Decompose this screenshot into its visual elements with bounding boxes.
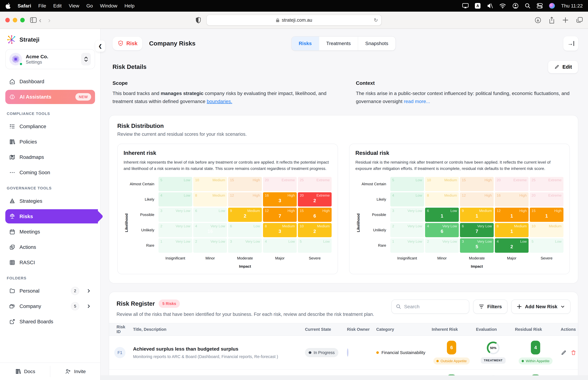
cell-rating: Low	[184, 193, 190, 197]
read-more-link[interactable]: read more...	[404, 99, 430, 104]
chevron-right-icon[interactable]	[86, 304, 91, 309]
residual-matrix-cell: 10Medium	[530, 223, 564, 237]
search-field[interactable]	[404, 304, 465, 309]
sidebar-item-personal[interactable]: Personal2	[5, 284, 95, 298]
close-window-button[interactable]	[5, 18, 10, 22]
tab-overview-icon[interactable]	[576, 17, 583, 23]
sidebar-collapse-button[interactable]: ❮	[95, 40, 105, 52]
menubar-help[interactable]: Help	[124, 3, 135, 9]
cell-rating: Medium	[282, 224, 295, 228]
sidebar-item-coming-soon[interactable]: Coming Soon	[5, 166, 95, 180]
residual-matrix-cell: 9Medium1	[460, 208, 494, 222]
mute-icon[interactable]	[487, 3, 493, 9]
scope-text: This board tracks and manages strategic …	[113, 89, 335, 105]
cell-score: 16	[265, 193, 269, 197]
risk-id-badge: F1	[114, 347, 125, 358]
menubar-edit[interactable]: Edit	[53, 3, 61, 9]
menubar-view[interactable]: View	[69, 3, 79, 9]
sidebar-item-compliance[interactable]: Compliance	[5, 119, 95, 133]
address-bar[interactable]: strateji.com.au ↻	[206, 15, 382, 26]
new-badge: NEW	[75, 93, 91, 101]
x-axis-label: Impact	[158, 262, 332, 269]
y-axis-label: Likelihood	[355, 177, 361, 269]
sidebar-item-ai-assistants[interactable]: AI AssistantsNEW	[5, 90, 95, 104]
residual-risk-card: Residual risk Residual risk is the remai…	[349, 144, 570, 274]
menubar-app-name[interactable]: Safari	[18, 3, 31, 9]
cell-score: 5	[392, 178, 394, 182]
zoom-window-button[interactable]	[20, 18, 25, 22]
new-tab-icon[interactable]	[562, 17, 568, 23]
siri-icon[interactable]	[549, 3, 555, 9]
wifi-icon[interactable]	[499, 3, 506, 8]
org-settings-link[interactable]: Settings	[26, 59, 48, 65]
sidebar-item-rasci[interactable]: RASCI	[5, 255, 95, 269]
sidebar-toggle-icon[interactable]	[30, 17, 37, 23]
likelihood-label: Rare	[130, 238, 157, 253]
residual-risk-title: Residual risk	[355, 150, 564, 156]
sidebar-item-roadmaps[interactable]: Roadmaps	[5, 150, 95, 164]
owner-avatar[interactable]	[347, 348, 348, 357]
risk-distribution-title: Risk Distribution	[117, 123, 570, 129]
reload-icon[interactable]: ↻	[374, 17, 378, 23]
menubar-window[interactable]: Window	[100, 3, 118, 9]
brand[interactable]: Strateji	[5, 34, 95, 49]
residual-risk-cell: 4Within Appetite	[513, 341, 559, 364]
column-header: Actions	[558, 327, 578, 332]
airplay-icon[interactable]	[462, 3, 469, 9]
column-header: Risk ID	[109, 325, 131, 334]
cell-rating: Very Low	[477, 240, 492, 244]
cell-count: 7	[278, 213, 281, 219]
sidebar-item-strategies[interactable]: Strategies	[5, 194, 95, 208]
tab-risks[interactable]: Risks	[292, 37, 319, 50]
panel-expand-button[interactable]: →	[563, 36, 578, 51]
menubar-file[interactable]: File	[38, 3, 46, 9]
inherent-risk-card: Inherent risk Inherent risk represents t…	[117, 144, 338, 274]
privacy-shield-icon[interactable]	[195, 17, 201, 23]
spotlight-icon[interactable]	[525, 3, 530, 9]
org-switch-chevrons-icon[interactable]	[81, 53, 91, 66]
downloads-icon[interactable]	[535, 17, 541, 23]
inherent-matrix-cell: 12High	[228, 192, 262, 207]
pyramid-icon	[9, 198, 15, 204]
cell-rating: High	[485, 178, 492, 182]
table-row[interactable]: F1Achieved surplus less than budgeted su…	[109, 336, 578, 370]
edit-row-button[interactable]	[561, 350, 567, 356]
user-menu-icon[interactable]	[512, 3, 519, 9]
menubar-go[interactable]: Go	[86, 3, 93, 9]
org-avatar	[9, 53, 22, 66]
invite-button[interactable]: Invite	[50, 363, 100, 380]
add-new-risk-button[interactable]: Add New Risk	[511, 300, 570, 314]
tab-treatments[interactable]: Treatments	[319, 37, 358, 50]
boundaries-link[interactable]: boundaries.	[207, 99, 232, 104]
cell-rating: Low	[288, 240, 295, 244]
sidebar-item-meetings[interactable]: Meetings	[5, 225, 95, 239]
share-icon[interactable]	[549, 17, 555, 23]
back-button[interactable]: ‹	[39, 16, 41, 24]
docs-button[interactable]: Docs	[0, 363, 50, 380]
sidebar-item-risks[interactable]: Risks	[5, 209, 98, 224]
cell-rating: Extreme	[548, 178, 561, 182]
tab-group: RisksTreatmentsSnapshots	[291, 36, 396, 51]
bottom-strip	[100, 375, 588, 380]
delete-row-button[interactable]	[570, 350, 576, 356]
control-center-icon[interactable]	[537, 3, 543, 9]
minimize-window-button[interactable]	[13, 18, 17, 22]
cell-rating: High	[253, 178, 260, 182]
sidebar-item-actions[interactable]: Actions	[5, 240, 95, 254]
cell-count: 1	[441, 213, 443, 219]
edit-button[interactable]: Edit	[548, 60, 578, 74]
chevron-right-icon[interactable]	[86, 288, 91, 293]
tab-snapshots[interactable]: Snapshots	[358, 37, 395, 50]
sidebar-item-dashboard[interactable]: Dashboard	[5, 75, 95, 89]
sidebar-item-company[interactable]: Company5	[5, 299, 95, 313]
sidebar-item-policies[interactable]: Policies	[5, 135, 95, 149]
apple-menu-icon[interactable]	[5, 3, 11, 9]
sidebar-item-shared-boards[interactable]: Shared Boards	[5, 315, 95, 329]
residual-matrix-cell: 15High	[460, 177, 494, 191]
input-source-icon[interactable]: A	[475, 3, 480, 9]
menubar-clock[interactable]: Thu 11:22	[561, 3, 583, 9]
filters-button[interactable]: Filters	[473, 300, 508, 314]
search-input[interactable]	[391, 300, 469, 314]
org-switcher[interactable]: Acme Co. Settings	[5, 49, 95, 69]
forward-button[interactable]: ›	[48, 16, 51, 24]
